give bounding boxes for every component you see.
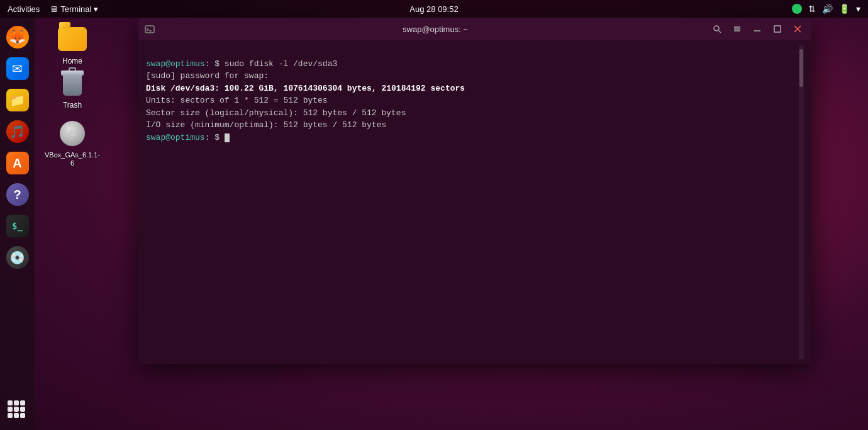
vbox-icon-label: VBox_GAs_6.1.1- 6 <box>45 151 100 167</box>
sidebar-item-help[interactable]: ? <box>3 180 32 209</box>
show-applications-button[interactable] <box>3 396 32 425</box>
terminal-titlebar-icon <box>143 23 156 35</box>
terminal-window-controls <box>708 20 806 38</box>
files-icon: 📁 <box>6 89 29 111</box>
terminal-icon: $_ <box>6 215 29 237</box>
status-indicator <box>792 4 802 14</box>
terminal-minimize-button[interactable] <box>748 20 766 38</box>
terminal-menu[interactable]: 🖥 Terminal ▾ <box>50 4 98 14</box>
sidebar: 🦊 ✉ 📁 🎵 A ? <box>0 18 35 430</box>
home-folder-icon <box>57 24 87 54</box>
desktop-icon-home[interactable]: Home <box>47 24 97 65</box>
software-icon: A <box>6 152 29 174</box>
system-menu-icon[interactable]: ▾ <box>856 4 860 14</box>
topbar-right: ⇅ 🔊 🔋 ▾ <box>792 4 860 14</box>
desktop-icon-vbox[interactable]: VBox_GAs_6.1.1- 6 <box>47 118 97 167</box>
disk-icon: 💿 <box>6 246 29 269</box>
topbar-left: Activities 🖥 Terminal ▾ <box>8 4 98 14</box>
thunderbird-icon: ✉ <box>6 57 29 80</box>
terminal-menu-icon: 🖥 <box>50 4 58 14</box>
terminal-search-button[interactable] <box>708 20 726 38</box>
terminal-titlebar: swap@optimus: ~ <box>138 18 811 40</box>
vbox-disc-icon <box>57 118 87 149</box>
svg-rect-8 <box>774 26 781 32</box>
desktop-icon-trash[interactable]: Trash <box>47 68 97 110</box>
desktop-area: Home Trash VBox_GAs_6.1.1- 6 <box>35 18 868 430</box>
topbar: Activities 🖥 Terminal ▾ Aug 28 09:52 ⇅ 🔊… <box>0 0 868 18</box>
svg-rect-0 <box>145 26 154 33</box>
trash-icon <box>57 68 87 98</box>
apps-grid-icon <box>8 400 28 421</box>
terminal-menu-button[interactable] <box>728 20 746 38</box>
terminal-window: swap@optimus: ~ <box>138 18 811 364</box>
sidebar-item-rhythmbox[interactable]: 🎵 <box>3 117 32 146</box>
home-icon-label: Home <box>62 57 82 65</box>
terminal-close-button[interactable] <box>789 20 806 38</box>
svg-line-3 <box>718 31 721 33</box>
network-icon[interactable]: ⇅ <box>808 4 816 14</box>
sidebar-item-files[interactable]: 📁 <box>3 86 32 115</box>
volume-icon[interactable]: 🔊 <box>822 4 833 14</box>
terminal-body[interactable]: swap@optimus: $ sudo fdisk -l /dev/sda3 … <box>138 40 811 364</box>
desktop: 🦊 ✉ 📁 🎵 A ? <box>0 18 868 430</box>
sidebar-item-terminal[interactable]: $_ <box>3 212 32 240</box>
terminal-scrollbar-thumb[interactable] <box>799 49 803 87</box>
sidebar-item-thunderbird[interactable]: ✉ <box>3 54 32 83</box>
svg-point-2 <box>714 26 719 31</box>
terminal-title-left <box>143 23 162 35</box>
terminal-maximize-button[interactable] <box>769 20 786 38</box>
sidebar-item-firefox[interactable]: 🦊 <box>3 23 32 52</box>
terminal-title: swap@optimus: ~ <box>403 25 468 34</box>
trash-icon-label: Trash <box>63 101 82 110</box>
sidebar-item-software[interactable]: A <box>3 149 32 178</box>
terminal-scrollbar[interactable] <box>799 45 804 359</box>
topbar-datetime: Aug 28 09:52 <box>409 4 458 14</box>
sidebar-item-disk[interactable]: 💿 <box>3 243 32 272</box>
terminal-output: swap@optimus: $ sudo fdisk -l /dev/sda3 … <box>146 45 799 359</box>
help-icon: ? <box>6 183 29 206</box>
activities-button[interactable]: Activities <box>8 4 40 14</box>
firefox-icon: 🦊 <box>6 26 29 48</box>
battery-icon[interactable]: 🔋 <box>839 4 850 14</box>
rhythmbox-icon: 🎵 <box>6 120 29 143</box>
